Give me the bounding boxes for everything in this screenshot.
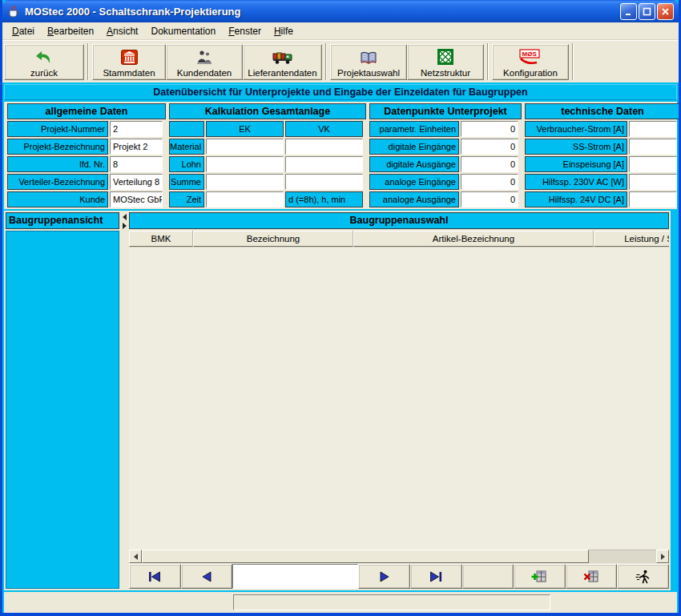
kunde-field[interactable]: MOStec GbR	[110, 191, 163, 207]
upper-panels: allgemeine Daten Projekt-Nummer2 Projekt…	[4, 102, 677, 209]
column-header-bmk[interactable]: BMK	[129, 231, 193, 247]
netzstruktur-button[interactable]: Netzstruktur	[407, 44, 484, 80]
splitter-collapse-left-icon[interactable]	[123, 214, 127, 220]
field-label: Verteiler-Bezeichnung	[7, 174, 108, 190]
menu-item-hilfe[interactable]: Hilfe	[268, 24, 300, 38]
lieferantendaten-button[interactable]: Lieferantendaten	[243, 44, 322, 80]
field-label: Zeit	[169, 191, 204, 207]
menu-item-bearbeiten[interactable]: Bearbeiten	[41, 24, 100, 38]
truck-icon	[272, 47, 293, 65]
corner-cell	[169, 121, 204, 137]
scroll-left-button[interactable]	[129, 550, 142, 563]
run-button[interactable]	[617, 564, 669, 589]
maximize-button[interactable]	[639, 3, 655, 20]
baugruppenauswahl-panel: Baugruppenauswahl BMK Bezeichnung Artike…	[127, 211, 671, 590]
baugruppenansicht-panel: Baugruppenansicht	[4, 211, 121, 590]
close-button[interactable]	[657, 3, 674, 20]
delete-row-icon	[583, 570, 599, 584]
scrollbar-thumb[interactable]	[142, 550, 589, 563]
undo-arrow-icon	[34, 47, 54, 65]
next-record-icon	[378, 571, 391, 582]
panel-title-kalkulation: Kalkulation Gesamtanlage	[169, 103, 366, 119]
field-label: Hilfssp. 24V DC [A]	[525, 191, 627, 207]
panel-title-allgemein: allgemeine Daten	[7, 103, 166, 119]
stammdaten-button[interactable]: Stammdaten	[92, 44, 166, 80]
svg-text:MØS: MØS	[522, 50, 538, 58]
delete-row-button[interactable]	[566, 564, 618, 589]
summe-ek-field[interactable]	[206, 174, 284, 190]
panel-datenpunkte: Datenpunkte Unterprojekt parametr. Einhe…	[369, 103, 522, 209]
baugruppenauswahl-title: Baugruppenauswahl	[129, 212, 669, 229]
book-icon	[360, 47, 377, 65]
column-header-artikel-bezeichnung[interactable]: Artikel-Bezeichnung	[353, 231, 594, 247]
previous-record-button[interactable]	[181, 564, 233, 589]
column-header-leistung-strom[interactable]: Leistung / Strom	[594, 231, 669, 247]
digitale-ausgaenge-field[interactable]: 0	[461, 156, 518, 172]
projekt-bezeichnung-field[interactable]: Projekt 2	[110, 139, 163, 155]
back-button[interactable]: zurück	[4, 44, 84, 80]
konfiguration-button[interactable]: MØS Konfiguration	[492, 44, 569, 80]
status-message-field	[233, 594, 550, 610]
panel-kalkulation: Kalkulation Gesamtanlage EK VK Material …	[169, 103, 366, 209]
zeit-field[interactable]	[206, 191, 284, 207]
field-label: digitale Eingänge	[369, 139, 459, 155]
field-label: digitale Ausgänge	[369, 156, 459, 172]
toolbar-separator	[487, 43, 489, 80]
content-area: Datenübersicht für Unterprojekte und Ein…	[2, 83, 679, 613]
previous-record-icon	[200, 571, 213, 582]
menu-item-dokumentation[interactable]: Dokumentation	[144, 24, 222, 38]
scroll-right-button[interactable]	[656, 550, 669, 563]
projekt-nummer-field[interactable]: 2	[110, 121, 163, 137]
minimize-button[interactable]	[620, 3, 637, 20]
field-label: Hilfssp. 230V AC [W]	[525, 174, 627, 190]
field-label: analoge Ausgänge	[369, 191, 459, 207]
vk-column-header: VK	[285, 121, 363, 137]
horizontal-scrollbar[interactable]	[129, 550, 669, 563]
hilfssp-230v-field[interactable]	[629, 174, 677, 190]
einspeisung-field[interactable]	[629, 156, 677, 172]
scrollbar-track[interactable]	[589, 550, 656, 563]
splitter[interactable]	[121, 211, 127, 590]
lohn-ek-field[interactable]	[206, 156, 284, 172]
add-row-icon	[531, 570, 547, 584]
menu-item-datei[interactable]: Datei	[6, 24, 41, 38]
field-label: Summe	[169, 174, 204, 190]
panel-allgemeine-daten: allgemeine Daten Projekt-Nummer2 Projekt…	[7, 103, 166, 209]
panel-title-datenpunkte: Datenpunkte Unterprojekt	[369, 103, 522, 119]
baugruppen-table-body[interactable]	[129, 247, 669, 550]
first-record-button[interactable]	[129, 564, 181, 589]
lohn-vk-field[interactable]	[285, 156, 363, 172]
analoge-eingaenge-field[interactable]: 0	[461, 174, 518, 190]
toolbar: zurück Stammdaten Kundendaten Lieferante…	[2, 40, 679, 83]
parametr-einheiten-field[interactable]: 0	[461, 121, 518, 137]
verteiler-bezeichnung-field[interactable]: Verteilung 8	[110, 174, 163, 190]
baugruppenansicht-tree[interactable]	[6, 231, 119, 589]
next-record-button[interactable]	[358, 564, 410, 589]
ek-column-header: EK	[206, 121, 284, 137]
menu-item-fenster[interactable]: Fenster	[222, 24, 268, 38]
add-row-button[interactable]	[514, 564, 566, 589]
java-cup-icon	[7, 5, 21, 18]
title-bar[interactable]: MOStec 2000 - Schaltschrank-Projektierun…	[2, 0, 679, 22]
analoge-ausgaenge-field[interactable]: 0	[461, 191, 518, 207]
network-grid-icon	[437, 47, 453, 65]
splitter-expand-right-icon[interactable]	[123, 223, 127, 229]
kundendaten-button[interactable]: Kundendaten	[166, 44, 243, 80]
lfd-nr-field[interactable]: 8	[110, 156, 163, 172]
digitale-eingaenge-field[interactable]: 0	[461, 139, 518, 155]
material-ek-field[interactable]	[206, 139, 284, 155]
menu-item-ansicht[interactable]: Ansicht	[100, 24, 144, 38]
ss-strom-field[interactable]	[629, 139, 677, 155]
material-vk-field[interactable]	[285, 139, 363, 155]
projektauswahl-button[interactable]: Projektauswahl	[330, 44, 407, 80]
field-label: Projekt-Bezeichnung	[7, 139, 108, 155]
last-record-button[interactable]	[410, 564, 462, 589]
record-number-input[interactable]	[232, 564, 358, 589]
summe-vk-field[interactable]	[285, 174, 363, 190]
verbraucher-strom-field[interactable]	[629, 121, 677, 137]
hilfssp-24v-field[interactable]	[629, 191, 677, 207]
mos-logo-icon: MØS	[519, 47, 542, 65]
panel-technische-daten: technische Daten Verbraucher-Strom [A] S…	[525, 103, 679, 209]
field-label: parametr. Einheiten	[369, 121, 459, 137]
column-header-bezeichnung[interactable]: Bezeichnung	[193, 231, 353, 247]
